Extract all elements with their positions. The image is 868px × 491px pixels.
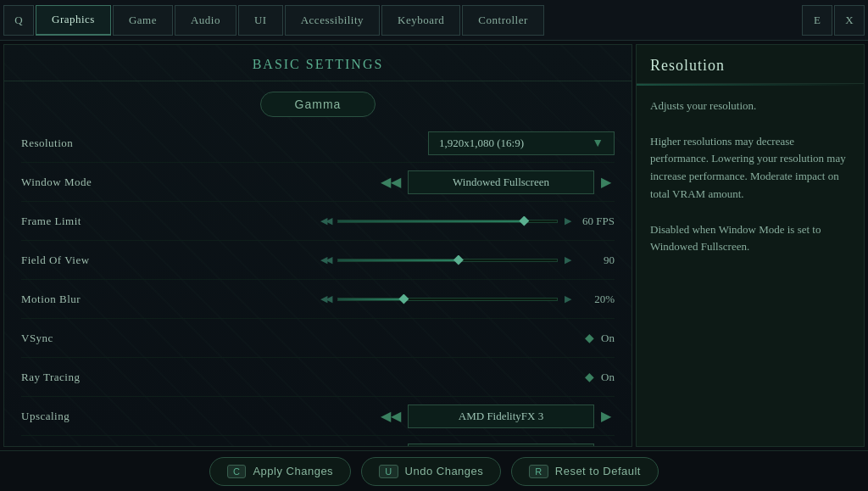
reset-key: R xyxy=(529,465,548,478)
resolution-row: Resolution 1,920x1,080 (16:9) ▼ xyxy=(21,124,615,163)
resolution-dropdown[interactable]: 1,920x1,080 (16:9) ▼ xyxy=(428,131,615,155)
undo-label: Undo Changes xyxy=(405,465,484,477)
frame-limit-left-arrows[interactable]: ◀◀ xyxy=(320,215,331,226)
undo-key: U xyxy=(379,465,398,478)
motion-blur-left-arrows[interactable]: ◀◀ xyxy=(320,293,331,304)
vsync-value: On xyxy=(601,332,615,345)
window-mode-selector: ◀◀ Windowed Fullscreen ▶ xyxy=(377,170,615,194)
fov-track[interactable] xyxy=(337,259,558,262)
fov-row: Field Of View ◀◀ ▶ 90 xyxy=(21,241,615,280)
motion-blur-track[interactable] xyxy=(337,298,558,301)
reset-to-default-button[interactable]: R Reset to Default xyxy=(511,457,659,486)
gamma-button-wrap: Gamma xyxy=(4,81,632,124)
x-close-icon[interactable]: X xyxy=(834,5,865,36)
settings-panel: Basic Settings Gamma Resolution 1,920x1,… xyxy=(3,44,632,447)
vsync-label: VSync xyxy=(21,332,191,345)
frame-limit-thumb[interactable] xyxy=(519,216,529,226)
fov-fill xyxy=(338,259,459,261)
gamma-button[interactable]: Gamma xyxy=(260,92,376,117)
settings-rows: Resolution 1,920x1,080 (16:9) ▼ Window M… xyxy=(4,124,632,447)
frame-limit-track[interactable] xyxy=(337,220,558,223)
motion-blur-row: Motion Blur ◀◀ ▶ 20% xyxy=(21,280,615,319)
motion-blur-value: 20% xyxy=(576,293,615,306)
window-mode-right-arrow[interactable]: ▶ xyxy=(598,174,615,190)
resolution-label: Resolution xyxy=(21,137,191,150)
ray-tracing-value: On xyxy=(601,371,615,384)
vsync-toggle-icon[interactable]: ◆ xyxy=(585,331,594,345)
fsr-control: ◀◀ Quality ▶ xyxy=(191,444,615,448)
vsync-control: ◆ On xyxy=(191,331,615,345)
frame-limit-label: Frame Limit xyxy=(21,215,191,228)
bottom-bar: C Apply Changes U Undo Changes R Reset t… xyxy=(0,450,868,491)
frame-limit-right-arrows[interactable]: ▶ xyxy=(565,215,570,226)
fov-label: Field Of View xyxy=(21,254,191,267)
top-navigation: Q Graphics Game Audio UI Accessibility K… xyxy=(0,0,868,41)
panel-title: Basic Settings xyxy=(4,45,632,81)
e-icon[interactable]: E xyxy=(802,5,832,36)
fsr-row: FSR Super Resolution Quality ◀◀ Quality … xyxy=(21,436,615,447)
window-mode-row: Window Mode ◀◀ Windowed Fullscreen ▶ xyxy=(21,163,615,202)
tab-controller[interactable]: Controller xyxy=(462,5,543,36)
upscaling-right-arrow[interactable]: ▶ xyxy=(598,408,615,424)
info-title: Resolution xyxy=(637,45,864,84)
undo-changes-button[interactable]: U Undo Changes xyxy=(361,457,501,486)
tab-ui[interactable]: UI xyxy=(238,5,283,36)
window-mode-value: Windowed Fullscreen xyxy=(408,170,594,194)
fsr-selector: ◀◀ Quality ▶ xyxy=(377,444,615,448)
tab-keyboard[interactable]: Keyboard xyxy=(381,5,460,36)
fov-left-arrows[interactable]: ◀◀ xyxy=(320,254,331,265)
apply-changes-button[interactable]: C Apply Changes xyxy=(209,457,351,486)
tab-game[interactable]: Game xyxy=(113,5,173,36)
fov-control: ◀◀ ▶ 90 xyxy=(191,254,615,267)
fov-right-arrows[interactable]: ▶ xyxy=(565,254,570,265)
main-content: Basic Settings Gamma Resolution 1,920x1,… xyxy=(0,41,868,450)
motion-blur-control: ◀◀ ▶ 20% xyxy=(191,293,615,306)
window-mode-left-arrow[interactable]: ◀◀ xyxy=(377,174,404,190)
motion-blur-fill xyxy=(338,299,403,300)
apply-key: C xyxy=(227,465,246,478)
frame-limit-row: Frame Limit ◀◀ ▶ 60 FPS xyxy=(21,202,615,241)
upscaling-value: AMD FidelityFX 3 xyxy=(408,405,594,428)
vsync-row: VSync ◆ On xyxy=(21,319,615,358)
motion-blur-thumb[interactable] xyxy=(398,294,409,304)
info-text: Adjusts your resolution. Higher resoluti… xyxy=(637,86,864,268)
tab-accessibility[interactable]: Accessibility xyxy=(285,5,380,36)
upscaling-row: Upscaling ◀◀ AMD FidelityFX 3 ▶ xyxy=(21,397,615,436)
upscaling-left-arrow[interactable]: ◀◀ xyxy=(377,408,404,424)
upscaling-control: ◀◀ AMD FidelityFX 3 ▶ xyxy=(191,405,615,428)
window-mode-label: Window Mode xyxy=(21,176,191,189)
resolution-value: 1,920x1,080 (16:9) xyxy=(439,137,524,150)
window-mode-control: ◀◀ Windowed Fullscreen ▶ xyxy=(191,170,615,194)
dropdown-arrow-icon: ▼ xyxy=(592,137,604,150)
resolution-control: 1,920x1,080 (16:9) ▼ xyxy=(191,131,615,155)
info-panel: Resolution Adjusts your resolution. High… xyxy=(636,44,865,447)
ray-tracing-control: ◆ On xyxy=(191,370,615,384)
fov-thumb[interactable] xyxy=(453,255,464,265)
frame-limit-value: 60 FPS xyxy=(576,215,615,228)
ray-tracing-row: Ray Tracing ◆ On xyxy=(21,358,615,397)
ray-tracing-toggle-icon[interactable]: ◆ xyxy=(585,370,594,384)
frame-limit-control: ◀◀ ▶ 60 FPS xyxy=(191,215,615,228)
fsr-value: Quality xyxy=(408,444,594,448)
upscaling-label: Upscaling xyxy=(21,410,191,423)
tab-audio[interactable]: Audio xyxy=(175,5,236,36)
tab-graphics[interactable]: Graphics xyxy=(36,5,111,36)
apply-label: Apply Changes xyxy=(253,465,333,477)
ray-tracing-label: Ray Tracing xyxy=(21,371,191,384)
fov-value: 90 xyxy=(576,254,615,267)
reset-label: Reset to Default xyxy=(555,465,641,477)
frame-limit-fill xyxy=(338,220,524,222)
q-icon[interactable]: Q xyxy=(3,5,34,36)
upscaling-selector: ◀◀ AMD FidelityFX 3 ▶ xyxy=(377,405,615,428)
motion-blur-label: Motion Blur xyxy=(21,293,191,306)
motion-blur-right-arrows[interactable]: ▶ xyxy=(565,293,570,304)
